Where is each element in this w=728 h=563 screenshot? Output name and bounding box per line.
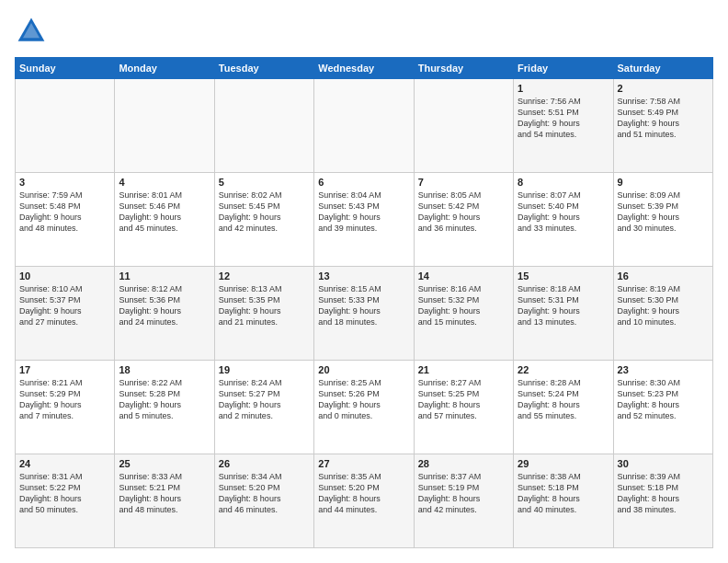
weekday-header: Thursday	[414, 58, 513, 79]
calendar-cell: 24Sunrise: 8:31 AM Sunset: 5:22 PM Dayli…	[16, 454, 115, 548]
day-info: Sunrise: 7:56 AM Sunset: 5:51 PM Dayligh…	[518, 96, 609, 141]
day-number: 22	[518, 364, 609, 375]
day-info: Sunrise: 8:28 AM Sunset: 5:24 PM Dayligh…	[518, 377, 609, 422]
day-info: Sunrise: 8:05 AM Sunset: 5:42 PM Dayligh…	[418, 190, 509, 235]
day-info: Sunrise: 8:09 AM Sunset: 5:39 PM Dayligh…	[618, 190, 709, 235]
calendar-cell: 21Sunrise: 8:27 AM Sunset: 5:25 PM Dayli…	[414, 361, 513, 454]
day-number: 3	[19, 177, 110, 188]
calendar-cell: 17Sunrise: 8:21 AM Sunset: 5:29 PM Dayli…	[16, 361, 115, 454]
calendar-cell	[414, 79, 513, 173]
day-number: 11	[119, 270, 210, 282]
calendar-week-row: 24Sunrise: 8:31 AM Sunset: 5:22 PM Dayli…	[16, 454, 713, 548]
calendar-cell: 3Sunrise: 7:59 AM Sunset: 5:48 PM Daylig…	[16, 173, 115, 267]
day-info: Sunrise: 7:59 AM Sunset: 5:48 PM Dayligh…	[19, 190, 110, 235]
calendar-cell	[214, 79, 313, 173]
day-number: 17	[19, 364, 110, 375]
day-info: Sunrise: 8:25 AM Sunset: 5:26 PM Dayligh…	[318, 377, 409, 422]
day-info: Sunrise: 8:38 AM Sunset: 5:18 PM Dayligh…	[518, 471, 609, 516]
day-info: Sunrise: 8:12 AM Sunset: 5:36 PM Dayligh…	[119, 283, 210, 328]
day-info: Sunrise: 8:10 AM Sunset: 5:37 PM Dayligh…	[19, 283, 110, 328]
day-info: Sunrise: 8:34 AM Sunset: 5:20 PM Dayligh…	[219, 471, 310, 516]
day-number: 8	[518, 177, 609, 188]
day-number: 19	[219, 364, 310, 375]
day-info: Sunrise: 8:01 AM Sunset: 5:46 PM Dayligh…	[119, 190, 210, 235]
day-number: 14	[418, 270, 509, 282]
calendar: SundayMondayTuesdayWednesdayThursdayFrid…	[15, 57, 713, 548]
day-info: Sunrise: 8:04 AM Sunset: 5:43 PM Dayligh…	[318, 190, 409, 235]
calendar-week-row: 1Sunrise: 7:56 AM Sunset: 5:51 PM Daylig…	[16, 79, 713, 173]
calendar-cell: 25Sunrise: 8:33 AM Sunset: 5:21 PM Dayli…	[115, 454, 214, 548]
day-number: 25	[119, 458, 210, 469]
day-number: 1	[518, 83, 609, 94]
calendar-body: 1Sunrise: 7:56 AM Sunset: 5:51 PM Daylig…	[16, 79, 713, 548]
calendar-cell: 27Sunrise: 8:35 AM Sunset: 5:20 PM Dayli…	[314, 454, 414, 548]
day-info: Sunrise: 8:22 AM Sunset: 5:28 PM Dayligh…	[119, 377, 210, 422]
calendar-cell: 7Sunrise: 8:05 AM Sunset: 5:42 PM Daylig…	[414, 173, 513, 267]
calendar-cell: 11Sunrise: 8:12 AM Sunset: 5:36 PM Dayli…	[115, 267, 214, 361]
calendar-cell: 2Sunrise: 7:58 AM Sunset: 5:49 PM Daylig…	[613, 79, 712, 173]
calendar-cell: 15Sunrise: 8:18 AM Sunset: 5:31 PM Dayli…	[514, 267, 613, 361]
day-info: Sunrise: 8:33 AM Sunset: 5:21 PM Dayligh…	[119, 471, 210, 516]
day-info: Sunrise: 8:07 AM Sunset: 5:40 PM Dayligh…	[518, 190, 609, 235]
calendar-cell: 26Sunrise: 8:34 AM Sunset: 5:20 PM Dayli…	[214, 454, 313, 548]
day-number: 29	[518, 458, 609, 469]
day-number: 10	[19, 270, 110, 282]
calendar-week-row: 10Sunrise: 8:10 AM Sunset: 5:37 PM Dayli…	[16, 267, 713, 361]
day-info: Sunrise: 8:15 AM Sunset: 5:33 PM Dayligh…	[318, 283, 409, 328]
calendar-header: SundayMondayTuesdayWednesdayThursdayFrid…	[16, 58, 713, 79]
calendar-cell: 12Sunrise: 8:13 AM Sunset: 5:35 PM Dayli…	[214, 267, 313, 361]
weekday-header: Wednesday	[314, 58, 414, 79]
page: SundayMondayTuesdayWednesdayThursdayFrid…	[0, 0, 728, 563]
calendar-cell: 10Sunrise: 8:10 AM Sunset: 5:37 PM Dayli…	[16, 267, 115, 361]
day-info: Sunrise: 8:24 AM Sunset: 5:27 PM Dayligh…	[219, 377, 310, 422]
weekday-header: Saturday	[613, 58, 712, 79]
day-number: 20	[318, 364, 409, 375]
header	[15, 15, 713, 48]
day-info: Sunrise: 8:35 AM Sunset: 5:20 PM Dayligh…	[318, 471, 409, 516]
calendar-cell: 16Sunrise: 8:19 AM Sunset: 5:30 PM Dayli…	[613, 267, 712, 361]
day-info: Sunrise: 8:27 AM Sunset: 5:25 PM Dayligh…	[418, 377, 509, 422]
day-info: Sunrise: 8:19 AM Sunset: 5:30 PM Dayligh…	[618, 283, 709, 328]
day-number: 7	[418, 177, 509, 188]
calendar-cell: 18Sunrise: 8:22 AM Sunset: 5:28 PM Dayli…	[115, 361, 214, 454]
calendar-cell: 29Sunrise: 8:38 AM Sunset: 5:18 PM Dayli…	[514, 454, 613, 548]
calendar-cell: 19Sunrise: 8:24 AM Sunset: 5:27 PM Dayli…	[214, 361, 313, 454]
day-info: Sunrise: 8:31 AM Sunset: 5:22 PM Dayligh…	[19, 471, 110, 516]
calendar-cell: 22Sunrise: 8:28 AM Sunset: 5:24 PM Dayli…	[514, 361, 613, 454]
weekday-header: Tuesday	[214, 58, 313, 79]
day-number: 2	[618, 83, 709, 94]
day-number: 12	[219, 270, 310, 282]
day-info: Sunrise: 8:39 AM Sunset: 5:18 PM Dayligh…	[618, 471, 709, 516]
calendar-cell	[314, 79, 414, 173]
day-number: 6	[318, 177, 409, 188]
day-number: 24	[19, 458, 110, 469]
calendar-cell	[115, 79, 214, 173]
calendar-cell: 9Sunrise: 8:09 AM Sunset: 5:39 PM Daylig…	[613, 173, 712, 267]
day-info: Sunrise: 7:58 AM Sunset: 5:49 PM Dayligh…	[618, 96, 709, 141]
day-number: 16	[618, 270, 709, 282]
day-number: 27	[318, 458, 409, 469]
calendar-cell: 5Sunrise: 8:02 AM Sunset: 5:45 PM Daylig…	[214, 173, 313, 267]
day-info: Sunrise: 8:37 AM Sunset: 5:19 PM Dayligh…	[418, 471, 509, 516]
day-info: Sunrise: 8:18 AM Sunset: 5:31 PM Dayligh…	[518, 283, 609, 328]
day-number: 15	[518, 270, 609, 282]
calendar-cell: 28Sunrise: 8:37 AM Sunset: 5:19 PM Dayli…	[414, 454, 513, 548]
calendar-week-row: 3Sunrise: 7:59 AM Sunset: 5:48 PM Daylig…	[16, 173, 713, 267]
calendar-week-row: 17Sunrise: 8:21 AM Sunset: 5:29 PM Dayli…	[16, 361, 713, 454]
day-number: 13	[318, 270, 409, 282]
calendar-cell: 13Sunrise: 8:15 AM Sunset: 5:33 PM Dayli…	[314, 267, 414, 361]
weekday-header: Sunday	[16, 58, 115, 79]
weekday-row: SundayMondayTuesdayWednesdayThursdayFrid…	[16, 58, 713, 79]
day-number: 18	[119, 364, 210, 375]
calendar-cell: 8Sunrise: 8:07 AM Sunset: 5:40 PM Daylig…	[514, 173, 613, 267]
calendar-cell: 23Sunrise: 8:30 AM Sunset: 5:23 PM Dayli…	[613, 361, 712, 454]
day-info: Sunrise: 8:30 AM Sunset: 5:23 PM Dayligh…	[618, 377, 709, 422]
weekday-header: Friday	[514, 58, 613, 79]
calendar-cell: 4Sunrise: 8:01 AM Sunset: 5:46 PM Daylig…	[115, 173, 214, 267]
day-info: Sunrise: 8:02 AM Sunset: 5:45 PM Dayligh…	[219, 190, 310, 235]
calendar-cell: 1Sunrise: 7:56 AM Sunset: 5:51 PM Daylig…	[514, 79, 613, 173]
day-info: Sunrise: 8:16 AM Sunset: 5:32 PM Dayligh…	[418, 283, 509, 328]
logo	[15, 15, 53, 48]
day-number: 4	[119, 177, 210, 188]
logo-icon	[15, 15, 48, 48]
